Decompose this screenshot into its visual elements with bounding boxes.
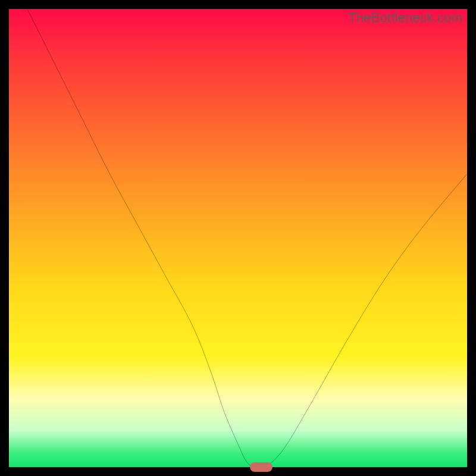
optimum-marker xyxy=(250,462,273,472)
bottleneck-curve xyxy=(9,9,467,467)
chart-frame: TheBottleneck.com xyxy=(0,0,476,476)
plot-area: TheBottleneck.com xyxy=(9,9,467,467)
